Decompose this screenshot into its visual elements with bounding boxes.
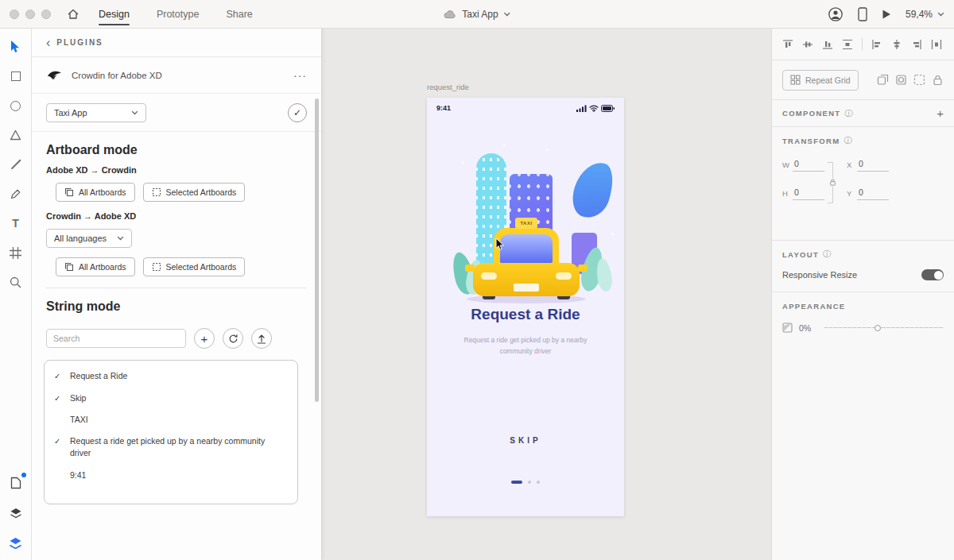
- all-artboards-download-button[interactable]: All Artboards: [56, 257, 135, 276]
- select-tool[interactable]: [7, 38, 25, 56]
- copy-icon: [64, 262, 74, 272]
- play-preview-icon[interactable]: [882, 9, 891, 20]
- skip-button[interactable]: SKIP: [427, 436, 624, 445]
- search-input[interactable]: [46, 329, 186, 348]
- artboard-name-label[interactable]: request_ride: [427, 83, 469, 91]
- window-minimize-button[interactable]: [25, 10, 35, 19]
- distribute-vertical-button[interactable]: [842, 39, 853, 50]
- back-chevron-icon[interactable]: ‹: [46, 37, 50, 49]
- check-icon: ✓: [54, 370, 70, 383]
- project-select[interactable]: Taxi App: [46, 103, 146, 122]
- repeat-grid-button[interactable]: Repeat Grid: [782, 70, 859, 91]
- device-preview-icon[interactable]: [858, 7, 867, 21]
- selected-artboards-upload-button[interactable]: Selected Artboards: [143, 183, 246, 202]
- appearance-section-header: APPEARANCE: [772, 292, 954, 319]
- selected-artboards-download-button[interactable]: Selected Artboards: [143, 257, 246, 276]
- mask-button[interactable]: [895, 74, 907, 86]
- tab-share[interactable]: Share: [226, 0, 252, 29]
- overflow-menu-icon[interactable]: ···: [293, 69, 307, 82]
- align-right-button[interactable]: [911, 39, 922, 50]
- aspect-lock-icon[interactable]: [829, 178, 836, 187]
- upload-strings-button[interactable]: [251, 328, 272, 349]
- component-title: COMPONENT: [782, 109, 840, 118]
- zoom-value: 59,4%: [906, 9, 933, 20]
- height-field[interactable]: 0: [793, 187, 824, 200]
- language-select[interactable]: All languages: [46, 229, 132, 248]
- mode-tabs: Design Prototype Share: [99, 0, 253, 29]
- add-state-button[interactable]: [877, 74, 889, 86]
- taxi-headlight: [481, 272, 497, 280]
- string-text: Request a Ride: [70, 370, 127, 382]
- artboard-request-ride[interactable]: 9:41: [427, 98, 624, 516]
- string-row[interactable]: ✓ Skip: [45, 388, 297, 410]
- width-field[interactable]: 0: [793, 159, 824, 172]
- home-button[interactable]: [62, 3, 84, 25]
- string-row[interactable]: ✓ Request a ride get picked up by a near…: [45, 431, 297, 464]
- statusbar-icons: [576, 105, 615, 112]
- distribute-horizontal-button[interactable]: [931, 39, 942, 50]
- artboard-tool[interactable]: [7, 244, 25, 261]
- project-select-value: Taxi App: [54, 108, 125, 118]
- align-left-button[interactable]: [871, 39, 882, 50]
- cursor-icon: [10, 41, 21, 53]
- add-string-button[interactable]: +: [194, 328, 215, 349]
- zoom-control[interactable]: 59,4%: [906, 9, 944, 20]
- design-canvas[interactable]: request_ride 9:41: [322, 29, 771, 560]
- x-field[interactable]: 0: [857, 159, 889, 172]
- slider-knob[interactable]: [874, 325, 881, 331]
- plugins-manager-button[interactable]: [7, 535, 25, 552]
- language-select-row: All languages: [46, 229, 307, 248]
- string-row[interactable]: 9:41: [45, 465, 297, 486]
- string-row[interactable]: ✓ Request a Ride: [45, 365, 297, 388]
- plugins-panel-button[interactable]: [7, 474, 25, 492]
- toolbar-separator: [862, 38, 863, 51]
- align-top-button[interactable]: [782, 39, 793, 50]
- add-component-button[interactable]: +: [937, 106, 944, 120]
- info-icon[interactable]: ⓘ: [844, 108, 852, 119]
- line-tool[interactable]: [7, 156, 25, 173]
- rectangle-tool[interactable]: [7, 68, 25, 85]
- responsive-resize-toggle[interactable]: [921, 269, 944, 280]
- document-title-control[interactable]: Taxi App: [443, 0, 510, 29]
- panel-scrollbar[interactable]: [315, 98, 319, 402]
- magnifier-icon: [10, 276, 21, 288]
- info-icon[interactable]: ⓘ: [843, 135, 851, 146]
- check-icon: ✓: [293, 107, 301, 118]
- all-artboards-upload-button[interactable]: All Artboards: [56, 183, 135, 202]
- transform-section-header: TRANSFORM ⓘ: [772, 127, 954, 154]
- tab-design[interactable]: Design: [99, 0, 130, 29]
- selection-icon: [152, 187, 161, 197]
- opacity-slider[interactable]: [824, 323, 944, 333]
- transform-title: TRANSFORM: [782, 137, 840, 145]
- refresh-strings-button[interactable]: [223, 328, 243, 349]
- plugins-breadcrumb[interactable]: PLUGINS: [56, 38, 103, 47]
- zoom-tool[interactable]: [7, 273, 25, 291]
- x-label: X: [847, 160, 857, 172]
- align-vcenter-button[interactable]: [802, 39, 813, 50]
- validate-button[interactable]: ✓: [288, 103, 307, 122]
- tool-rail-bottom: [7, 474, 25, 552]
- layers-panel-button[interactable]: [7, 504, 25, 522]
- align-hcenter-button[interactable]: [891, 39, 902, 50]
- window-maximize-button[interactable]: [41, 10, 51, 19]
- info-icon[interactable]: ⓘ: [823, 249, 831, 260]
- y-field[interactable]: 0: [857, 187, 889, 200]
- group-button[interactable]: [913, 74, 925, 86]
- text-tool[interactable]: T: [7, 214, 25, 232]
- window-close-button[interactable]: [10, 10, 19, 19]
- repeat-grid-label: Repeat Grid: [805, 75, 851, 85]
- lock-object-button[interactable]: [932, 74, 944, 86]
- tab-prototype[interactable]: Prototype: [157, 0, 200, 29]
- string-row[interactable]: TAXI: [45, 409, 297, 431]
- check-icon: ✓: [54, 435, 70, 448]
- pen-tool[interactable]: [7, 185, 25, 203]
- snow-dot: [462, 161, 464, 164]
- snow-dot: [503, 144, 506, 146]
- chevron-down-icon: [117, 236, 124, 241]
- ellipse-tool[interactable]: [7, 97, 25, 114]
- tool-rail: T: [0, 29, 32, 560]
- polygon-tool[interactable]: [7, 126, 25, 144]
- alignment-toolbar: [772, 29, 954, 60]
- account-avatar[interactable]: [828, 6, 843, 22]
- align-bottom-button[interactable]: [822, 39, 833, 50]
